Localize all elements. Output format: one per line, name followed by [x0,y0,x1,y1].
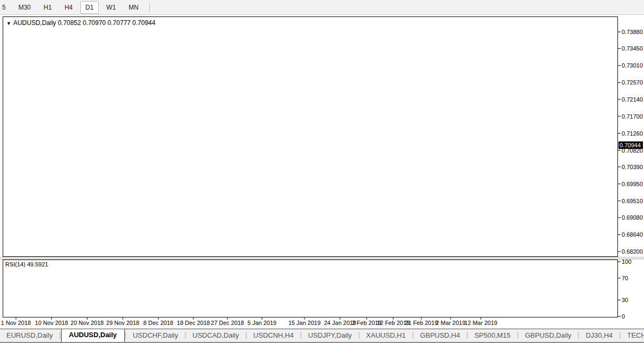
price-axis-label: 0.73010 [622,62,643,69]
date-axis-label: 20 Nov 2018 [71,320,104,326]
price-axis-label: 0.71700 [622,113,643,120]
date-axis-label: 21 Feb 2019 [405,320,438,326]
chart-title-text: AUDUSD,Daily 0.70852 0.70970 0.70777 0.7… [13,19,156,27]
price-axis-label: 0.69080 [622,214,643,221]
price-axis-label: 0.69950 [622,181,643,187]
price-axis-label: 0.68200 [622,248,643,255]
timeframe-button-mn[interactable]: MN [123,1,144,14]
date-axis-label: 15 Jan 2019 [289,320,321,326]
tab-usdcnh-h4[interactable]: USDCNH,H4 [247,329,300,342]
rsi-axis-label: 0 [622,313,625,320]
main-chart-area[interactable] [3,16,618,257]
timeframe-button-h4[interactable]: H4 [59,1,78,14]
toolbar-separator [149,2,150,13]
panel-splitter[interactable] [0,257,644,260]
tab-gbpusd-h4[interactable]: GBPUSD,H4 [414,329,467,342]
timeframe-toolbar: 5M30H1H4D1W1MN [0,0,644,15]
price-axis-label: 0.72140 [622,96,643,103]
price-axis-label: 0.70390 [622,164,643,170]
chart-dropdown-icon[interactable]: ▼ [6,21,11,26]
date-axis-label: 8 Dec 2018 [143,320,173,326]
tab-tech100-h1[interactable]: TECH100,H1 [621,329,644,342]
price-axis-label: 0.69510 [622,198,643,204]
tab-audusd-daily[interactable]: AUDUSD,Daily [61,329,125,342]
date-axis-label: 5 Jan 2019 [248,320,276,326]
price-axis-label: 0.71260 [622,130,643,137]
price-axis-label: 0.72570 [622,79,643,86]
rsi-panel-area[interactable] [3,260,618,317]
timeframe-button-w1[interactable]: W1 [101,1,121,14]
tab-sp500-m15[interactable]: SP500,M15 [468,329,517,342]
date-axis-label: 12 Mar 2019 [464,320,497,326]
rsi-axis-label: 70 [622,275,628,281]
date-axis-label: 2 Mar 2019 [436,320,465,326]
date-axis-label: 29 Nov 2018 [106,320,139,326]
chart-title: ▼AUDUSD,Daily 0.70852 0.70970 0.70777 0.… [6,19,155,27]
price-axis-label: 0.73450 [622,45,643,52]
timeframe-button-h1[interactable]: H1 [38,1,57,14]
rsi-indicator-label: RSI(14) 49.5921 [5,261,48,267]
date-axis-label: 18 Dec 2018 [177,320,210,326]
tab-dj30-h4[interactable]: DJ30,H4 [579,329,619,342]
tab-usdchf-daily[interactable]: USDCHF,Daily [126,329,184,342]
date-axis-label: 27 Dec 2018 [211,320,244,326]
date-axis-label: 1 Nov 2018 [1,320,31,326]
tab-usdcad-daily[interactable]: USDCAD,Daily [186,329,245,342]
current-price-tag: 0.70944 [618,141,643,149]
date-axis-label: 10 Nov 2018 [35,320,68,326]
timeframe-button-m30[interactable]: M30 [13,1,36,14]
tab-usdjpy-daily[interactable]: USDJPY,Daily [302,329,358,342]
timeframe-button-d1[interactable]: D1 [80,1,99,14]
rsi-axis-label: 30 [622,297,628,303]
rsi-axis-label: 100 [622,258,631,265]
chart-tab-bar: EURUSD,Daily|AUDUSD,Daily|USDCHF,Daily|U… [0,329,644,343]
tab-eurusd-daily[interactable]: EURUSD,Daily [0,329,59,342]
price-axis-label: 0.68640 [622,231,643,238]
mt4-window: 5M30H1H4D1W1MN ▼AUDUSD,Daily 0.70852 0.7… [0,0,644,343]
tab-gbpusd-daily[interactable]: GBPUSD,Daily [519,329,578,342]
tab-xauusd-h1[interactable]: XAUUSD,H1 [360,329,412,342]
timeframe-button-5[interactable]: 5 [0,1,11,14]
price-axis-label: 0.73880 [622,29,643,35]
